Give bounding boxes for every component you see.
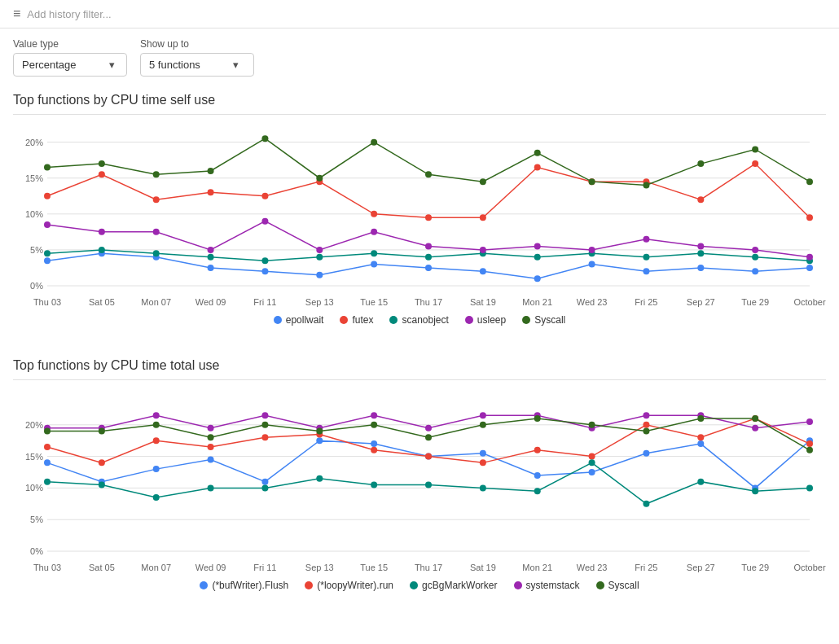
value-type-label: Value type — [13, 38, 127, 50]
controls: Value type Percentage ▾ Show up to 5 fun… — [0, 28, 839, 86]
legend-item: Syscall — [522, 314, 565, 326]
show-up-to-arrow-icon: ▾ — [233, 59, 239, 71]
top-bar: ≡ Add history filter... — [0, 0, 839, 28]
chart1-legend: epollwaitfutexscanobjectusleepSyscall — [13, 309, 826, 335]
filter-icon: ≡ — [13, 7, 20, 21]
legend-item: epollwait — [274, 314, 324, 326]
chart2-container — [13, 379, 826, 575]
legend-item: (*loopyWriter).run — [305, 580, 393, 591]
value-type-group: Value type Percentage ▾ — [13, 38, 127, 77]
chart2-legend: (*bufWriter).Flush(*loopyWriter).rungcBg… — [13, 575, 826, 601]
chart1-container — [13, 114, 826, 309]
chart1-section: Top functions by CPU time self use epoll… — [0, 86, 839, 352]
chart1-title: Top functions by CPU time self use — [13, 86, 826, 107]
legend-item: systemstack — [514, 580, 580, 591]
value-type-value: Percentage — [22, 59, 77, 71]
legend-item: (*bufWriter).Flush — [200, 580, 288, 591]
legend-item: usleep — [465, 314, 506, 326]
show-up-to-value: 5 functions — [149, 59, 200, 71]
value-type-arrow-icon: ▾ — [109, 59, 115, 71]
show-up-to-group: Show up to 5 functions ▾ — [140, 38, 254, 77]
chart2-section: Top functions by CPU time total use (*bu… — [0, 352, 839, 617]
chart2-title: Top functions by CPU time total use — [13, 352, 826, 373]
show-up-to-select[interactable]: 5 functions ▾ — [140, 53, 254, 77]
show-up-to-label: Show up to — [140, 38, 254, 50]
legend-item: scanobject — [389, 314, 448, 326]
legend-item: futex — [340, 314, 373, 326]
filter-placeholder[interactable]: Add history filter... — [27, 8, 111, 20]
legend-item: Syscall — [596, 580, 639, 591]
legend-item: gcBgMarkWorker — [410, 580, 497, 591]
value-type-select[interactable]: Percentage ▾ — [13, 53, 127, 77]
